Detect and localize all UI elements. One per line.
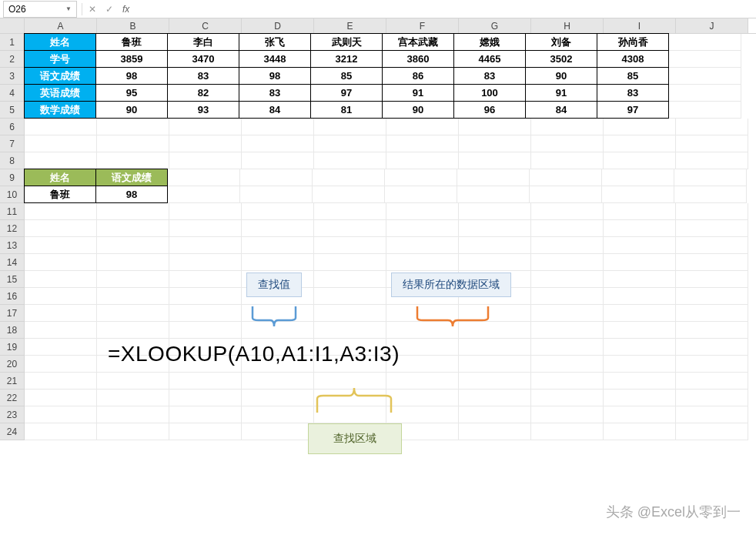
cell[interactable]: [676, 203, 748, 220]
cell[interactable]: 3859: [95, 50, 168, 68]
row-header[interactable]: 17: [0, 305, 25, 322]
cell[interactable]: [531, 237, 604, 254]
cell[interactable]: [531, 135, 604, 152]
chevron-down-icon[interactable]: ▼: [65, 5, 72, 12]
cell[interactable]: 嫦娥: [453, 33, 526, 51]
cell[interactable]: 100: [453, 84, 526, 102]
cell[interactable]: [604, 356, 676, 373]
cell[interactable]: [97, 423, 169, 440]
cell[interactable]: [97, 390, 169, 406]
cell[interactable]: [604, 152, 676, 169]
cell[interactable]: [459, 339, 531, 356]
cell[interactable]: [97, 220, 169, 237]
cell[interactable]: [25, 254, 97, 271]
cell[interactable]: 语文成绩: [95, 169, 168, 186]
cell[interactable]: [313, 169, 385, 186]
cell[interactable]: [459, 254, 531, 271]
cell[interactable]: [242, 406, 314, 423]
row-header[interactable]: 14: [0, 254, 25, 271]
cell[interactable]: 97: [310, 84, 383, 102]
cell[interactable]: [676, 373, 748, 390]
cell[interactable]: [25, 203, 97, 220]
cell[interactable]: [314, 288, 386, 305]
cell[interactable]: [169, 305, 242, 322]
row-header[interactable]: 15: [0, 271, 25, 288]
cell[interactable]: [604, 135, 676, 152]
cell[interactable]: [459, 423, 531, 440]
cell[interactable]: [386, 254, 459, 271]
cell[interactable]: [25, 406, 97, 423]
cell[interactable]: [676, 254, 748, 271]
cell[interactable]: 90: [525, 67, 597, 85]
cell[interactable]: 84: [525, 101, 597, 119]
cell[interactable]: [530, 169, 602, 186]
cell[interactable]: [169, 390, 242, 406]
cell[interactable]: [97, 203, 169, 220]
cell[interactable]: [676, 322, 748, 339]
cell[interactable]: [386, 406, 459, 423]
cell[interactable]: [242, 203, 314, 220]
row-header[interactable]: 10: [0, 186, 25, 203]
row-header[interactable]: 9: [0, 169, 25, 186]
cell[interactable]: 3470: [167, 50, 239, 68]
cell[interactable]: [604, 203, 676, 220]
cell[interactable]: 学号: [24, 50, 96, 68]
cell[interactable]: [604, 220, 676, 237]
select-all-corner[interactable]: [0, 18, 25, 33]
row-header[interactable]: 20: [0, 356, 25, 373]
cell[interactable]: [386, 203, 459, 220]
cell[interactable]: [386, 135, 459, 152]
cell[interactable]: [242, 119, 314, 135]
cell[interactable]: 98: [95, 67, 168, 85]
cell[interactable]: [97, 322, 169, 339]
cell[interactable]: 84: [239, 101, 311, 119]
cell[interactable]: [242, 423, 314, 440]
cell[interactable]: [386, 390, 459, 406]
cell[interactable]: [242, 390, 314, 406]
cell[interactable]: [169, 254, 242, 271]
col-header-I[interactable]: I: [604, 18, 676, 33]
cell[interactable]: [97, 288, 169, 305]
cell[interactable]: [169, 220, 242, 237]
cell[interactable]: 张飞: [239, 33, 311, 51]
cell[interactable]: [25, 322, 97, 339]
cell[interactable]: [168, 169, 240, 186]
col-header-H[interactable]: H: [531, 18, 604, 33]
cell[interactable]: [531, 203, 604, 220]
cell[interactable]: [168, 186, 240, 203]
cell[interactable]: [242, 135, 314, 152]
cell[interactable]: [531, 322, 604, 339]
cell[interactable]: 宫本武藏: [382, 33, 454, 51]
col-header-E[interactable]: E: [314, 18, 386, 33]
cell[interactable]: [669, 51, 741, 68]
row-header[interactable]: 23: [0, 406, 25, 423]
cell[interactable]: [386, 119, 459, 135]
cell[interactable]: [314, 254, 386, 271]
cell[interactable]: [385, 186, 457, 203]
cell[interactable]: 语文成绩: [24, 67, 96, 85]
row-header[interactable]: 13: [0, 237, 25, 254]
row-header[interactable]: 4: [0, 85, 25, 102]
col-header-J[interactable]: J: [676, 18, 748, 33]
cell[interactable]: 3212: [310, 50, 383, 68]
cell[interactable]: [25, 220, 97, 237]
cell[interactable]: [25, 152, 97, 169]
cell[interactable]: 武则天: [310, 33, 383, 51]
cell[interactable]: [676, 152, 748, 169]
cell[interactable]: [386, 152, 459, 169]
cell[interactable]: [459, 237, 531, 254]
cell[interactable]: [676, 237, 748, 254]
cell[interactable]: [676, 406, 748, 423]
cell[interactable]: 81: [310, 101, 383, 119]
cell[interactable]: [242, 220, 314, 237]
cell[interactable]: [314, 237, 386, 254]
cell[interactable]: [604, 237, 676, 254]
cell[interactable]: 3448: [239, 50, 311, 68]
cell[interactable]: [242, 254, 314, 271]
cell[interactable]: [25, 373, 97, 390]
cell[interactable]: 数学成绩: [24, 101, 96, 119]
cell[interactable]: [97, 152, 169, 169]
cell[interactable]: 97: [597, 101, 669, 119]
row-header[interactable]: 7: [0, 135, 25, 152]
cell[interactable]: [25, 119, 97, 135]
